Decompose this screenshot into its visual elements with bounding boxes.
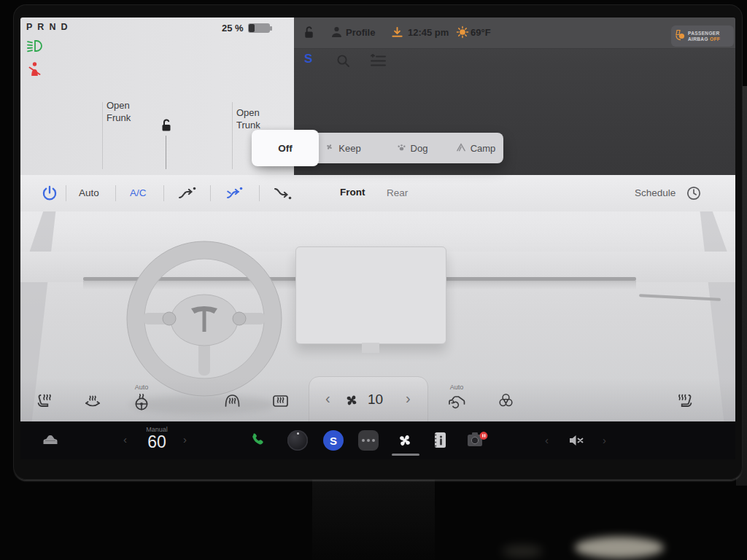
fan-speed-down-button[interactable]: ‹ <box>325 391 330 405</box>
paw-icon <box>397 143 406 154</box>
divider <box>210 185 211 201</box>
rendered-touchscreen <box>295 246 446 344</box>
divider <box>66 185 66 201</box>
screen-stand <box>312 480 435 560</box>
vent-face-icon[interactable] <box>178 186 197 203</box>
volume-up-button[interactable]: › <box>603 435 606 446</box>
dashcam-recording-icon[interactable] <box>465 431 489 454</box>
ac-button[interactable]: A/C <box>130 187 147 198</box>
active-app-indicator <box>392 454 419 456</box>
gear-indicator[interactable]: PRND <box>26 22 72 32</box>
top-status-strip: Profile 12:45 pm 69°F <box>294 18 735 49</box>
right-dash-vent <box>639 294 721 301</box>
lock-open-icon[interactable] <box>302 26 316 42</box>
all-apps-icon[interactable] <box>358 430 379 451</box>
outside-temp-label[interactable]: 69°F <box>471 27 491 38</box>
climate-option-keep[interactable]: Keep <box>319 130 367 166</box>
headlight-low-beam-icon <box>26 39 45 55</box>
steering-wheel <box>124 238 285 399</box>
recirculation-auto-label: Auto <box>447 384 466 391</box>
divider <box>115 185 116 201</box>
background-object <box>575 537 664 559</box>
schedule-button[interactable]: Schedule <box>635 187 676 198</box>
open-trunk-button[interactable]: Open Trunk <box>236 106 260 131</box>
power-icon[interactable] <box>41 184 58 205</box>
temp-up-button[interactable]: › <box>183 434 187 446</box>
cabin-temp-value[interactable]: 60 <box>141 432 173 452</box>
search-icon[interactable] <box>336 53 351 71</box>
temp-down-button[interactable]: ‹ <box>123 434 127 446</box>
fan-icon[interactable] <box>343 392 360 412</box>
profile-icon[interactable] <box>330 26 343 42</box>
airbag-text-line1: PASSENGER <box>688 31 720 36</box>
s-app-icon[interactable]: S <box>323 430 344 451</box>
open-trunk-line1: Open <box>236 106 260 119</box>
sun-icon <box>456 26 469 42</box>
vent-feet-icon[interactable] <box>274 186 293 203</box>
recirculation-icon[interactable] <box>447 394 466 413</box>
climate-auto-button[interactable]: Auto <box>79 187 99 198</box>
climate-option-dog[interactable]: Dog <box>388 130 436 166</box>
frunk-latch-line <box>166 136 166 169</box>
climate-option-camp-label: Camp <box>471 143 496 154</box>
open-frunk-line1: Open <box>107 99 131 112</box>
gear-d[interactable]: D <box>61 22 67 32</box>
dashcam-viewer-icon[interactable] <box>287 430 308 451</box>
airbag-icon <box>675 29 685 44</box>
vent-face-feet-icon[interactable] <box>225 186 244 203</box>
car-icon[interactable] <box>41 432 60 449</box>
gear-n[interactable]: N <box>49 22 55 32</box>
airbag-state: OFF <box>710 36 720 42</box>
front-defrost-icon[interactable] <box>223 392 241 413</box>
climate-option-off[interactable]: Off <box>252 130 319 166</box>
gear-p[interactable]: P <box>26 22 32 32</box>
steering-heater-auto-label: Auto <box>132 384 151 391</box>
clock-icon[interactable] <box>686 185 702 204</box>
climate-icons-row: Auto ‹ <box>20 382 735 421</box>
divider <box>232 102 233 169</box>
rear-climate-tab[interactable]: Rear <box>387 187 408 198</box>
s-media-app-icon[interactable]: S <box>304 52 312 66</box>
climate-option-dog-label: Dog <box>411 143 428 154</box>
seat-heater-right-icon[interactable] <box>676 392 693 413</box>
divider <box>102 102 103 169</box>
seat-heater-left-icon[interactable] <box>36 392 54 413</box>
open-frunk-line2: Frunk <box>107 112 131 124</box>
fan-speed-up-button[interactable]: › <box>406 391 411 405</box>
fan-speed-value: 10 <box>368 392 383 408</box>
biohazard-icon[interactable] <box>497 392 515 413</box>
phone-icon[interactable] <box>249 432 265 451</box>
profile-label[interactable]: Profile <box>346 27 375 38</box>
climate-option-keep-label: Keep <box>338 143 360 154</box>
clock-time-label: 12:45 pm <box>408 27 449 38</box>
passenger-airbag-indicator: PASSENGER AIRBAG OFF <box>671 26 734 47</box>
steering-heater-icon[interactable] <box>132 392 151 414</box>
wiper-heater-icon[interactable] <box>84 394 101 413</box>
seatbelt-warning-icon <box>27 61 42 80</box>
battery-icon <box>248 23 270 33</box>
screen-mount <box>362 343 379 353</box>
background-object <box>502 545 543 557</box>
front-climate-tab[interactable]: Front <box>340 187 365 198</box>
fan-icon <box>325 142 334 154</box>
divider <box>163 185 164 201</box>
airbag-text-line2: AIRBAG <box>688 36 708 42</box>
climate-control-bar: Auto A/C Front Rear <box>20 175 735 211</box>
rear-defrost-icon[interactable] <box>271 393 290 412</box>
tesla-touchscreen: PRND 25 % Open Frunk <box>20 18 735 459</box>
s-app-letter: S <box>330 435 337 447</box>
software-update-icon[interactable] <box>390 26 404 42</box>
app-dock: ‹ Manual 60 › S <box>20 421 735 459</box>
gear-r[interactable]: R <box>37 22 44 32</box>
climate-option-camp[interactable]: Camp <box>452 130 500 166</box>
battery-percent-label: 25 % <box>222 23 244 34</box>
mute-icon[interactable] <box>568 432 585 451</box>
volume-down-button[interactable]: ‹ <box>545 435 549 446</box>
manual-app-icon[interactable] <box>431 430 449 454</box>
battery-status[interactable]: 25 % <box>222 23 270 34</box>
queue-icon[interactable] <box>370 54 387 71</box>
climate-app-fan-icon[interactable] <box>395 431 414 453</box>
frunk-lock-open-icon[interactable] <box>159 118 174 136</box>
open-frunk-button[interactable]: Open Frunk <box>107 99 131 124</box>
photo-of-tesla-screen: PRND 25 % Open Frunk <box>0 0 747 560</box>
